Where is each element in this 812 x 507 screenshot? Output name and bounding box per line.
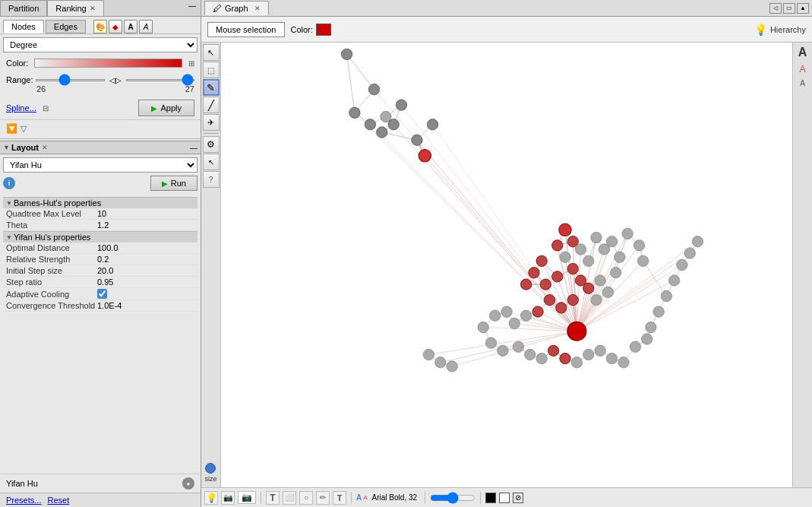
bt-pencil-icon[interactable]: ✏ xyxy=(316,491,330,505)
svg-point-129 xyxy=(583,255,594,266)
apply-button[interactable]: ▶ Apply xyxy=(138,100,194,116)
ranking-tab-close[interactable]: ✕ xyxy=(90,5,96,12)
svg-point-115 xyxy=(349,107,360,118)
color-icon-btn[interactable]: 🎨 xyxy=(93,20,107,33)
svg-point-120 xyxy=(377,127,387,138)
diamond-icon-btn[interactable]: ◆ xyxy=(109,20,122,33)
ranking-tab[interactable]: Ranking ✕ xyxy=(47,0,103,16)
text-size-small-icon[interactable]: A xyxy=(800,79,805,87)
svg-point-122 xyxy=(427,119,438,130)
ranking-tab-label: Ranking xyxy=(55,4,86,13)
tool-help[interactable]: ? xyxy=(203,171,220,188)
range-slider-max[interactable] xyxy=(126,79,194,81)
svg-point-142 xyxy=(692,236,703,247)
color-options-icon[interactable]: ⊞ xyxy=(188,59,194,68)
svg-line-54 xyxy=(495,315,577,331)
info-icon[interactable]: i xyxy=(3,177,15,189)
svg-point-146 xyxy=(529,268,539,278)
svg-point-123 xyxy=(419,150,431,162)
tool-divider xyxy=(204,133,219,134)
svg-point-152 xyxy=(602,287,613,297)
label-icon-btn[interactable]: A xyxy=(124,20,137,33)
svg-point-175 xyxy=(630,341,640,352)
window-minimize[interactable]: ◁ xyxy=(769,3,782,14)
prop-adaptive-cooling[interactable]: Adaptive Cooling xyxy=(3,288,197,300)
bt-color-black-swatch[interactable] xyxy=(485,493,496,503)
prop-theta: Theta 1.2 xyxy=(3,220,197,231)
color-label: Color: xyxy=(6,59,28,68)
svg-point-172 xyxy=(595,345,605,356)
tool-settings[interactable]: ⚙ xyxy=(203,136,220,153)
graph-color-swatch[interactable] xyxy=(316,24,331,36)
degree-select[interactable]: Degree In-Degree Out-Degree Betweenness … xyxy=(3,37,197,52)
text-size-large-icon[interactable]: A xyxy=(798,46,807,59)
svg-point-163 xyxy=(485,337,496,348)
run-button[interactable]: ▶ Run xyxy=(150,176,197,191)
tool-line[interactable]: ╱ xyxy=(203,97,220,113)
filter-icon: 🔽 xyxy=(6,123,17,134)
spline-link[interactable]: Spline... xyxy=(6,103,36,112)
barnes-hut-header[interactable]: Barnes-Hut's properties xyxy=(3,197,197,208)
svg-point-114 xyxy=(368,84,379,94)
svg-point-139 xyxy=(668,275,679,286)
svg-point-135 xyxy=(611,268,621,278)
ranking-icon-group: 🎨 ◆ A A xyxy=(93,20,153,33)
bt-color-none-swatch[interactable]: ⊘ xyxy=(513,493,523,503)
svg-point-181 xyxy=(447,361,457,372)
bt-color-white-swatch[interactable] xyxy=(499,493,510,503)
adaptive-cooling-checkbox[interactable] xyxy=(97,289,107,299)
layout-circle-btn[interactable]: ● xyxy=(182,477,194,490)
svg-point-125 xyxy=(552,240,563,251)
apply-play-icon: ▶ xyxy=(151,104,157,112)
tool-cursor2[interactable]: ↖ xyxy=(203,154,220,170)
run-play-icon: ▶ xyxy=(162,179,168,188)
svg-line-2 xyxy=(355,112,577,331)
text2-icon-btn[interactable]: A xyxy=(139,20,153,33)
bt-circle-icon[interactable]: ○ xyxy=(299,491,313,505)
yifan-hu-header[interactable]: Yifan Hu's properties xyxy=(3,231,197,242)
layout-algorithm-select[interactable]: Yifan Hu Force Atlas OpenOrd xyxy=(3,157,197,173)
svg-point-180 xyxy=(435,357,446,368)
panel-minimize-btn[interactable]: — xyxy=(184,0,201,16)
bt-camera-btn[interactable]: 📷 xyxy=(238,491,256,504)
svg-point-178 xyxy=(653,306,664,317)
tool-select-arrow[interactable]: ↖ xyxy=(203,44,220,61)
partition-tab-label: Partition xyxy=(8,4,39,13)
graph-tab[interactable]: 🖊 Graph ✕ xyxy=(204,1,269,15)
nodes-tab[interactable]: Nodes xyxy=(3,20,44,33)
partition-tab[interactable]: Partition xyxy=(0,0,47,16)
tool-move[interactable]: ✈ xyxy=(203,114,220,131)
bt-rect-icon[interactable]: ⬜ xyxy=(283,491,296,505)
range-min-value: 26 xyxy=(36,84,46,93)
range-slider-min[interactable] xyxy=(36,79,104,81)
tool-select-rect[interactable]: ⬚ xyxy=(203,62,220,78)
tool-pencil[interactable]: ✎ xyxy=(203,79,220,96)
graph-svg xyxy=(221,43,792,487)
bt-light-icon[interactable]: 💡 xyxy=(204,491,218,505)
graph-canvas[interactable] xyxy=(221,43,792,487)
hierarchy-btn[interactable]: 💡 Hierarchy xyxy=(754,24,806,36)
graph-tab-close[interactable]: ✕ xyxy=(254,5,261,12)
layout-close-icon[interactable]: ✕ xyxy=(42,144,48,151)
bt-T2-icon[interactable]: T xyxy=(333,491,346,505)
color-gradient-bar[interactable] xyxy=(34,59,182,68)
svg-point-141 xyxy=(684,248,695,258)
svg-point-159 xyxy=(509,318,520,328)
svg-point-154 xyxy=(567,295,578,306)
bt-T-icon[interactable]: T xyxy=(266,491,280,505)
window-maximize[interactable]: ▲ xyxy=(797,3,809,14)
mouse-selection-btn[interactable]: Mouse selection xyxy=(207,22,285,37)
text-size-medium-icon[interactable]: A xyxy=(799,64,805,74)
presets-link[interactable]: Presets... xyxy=(6,496,41,505)
svg-point-165 xyxy=(513,341,523,352)
prop-initial-step-size: Initial Step size 20.0 xyxy=(3,265,197,277)
bt-screenshot-icon[interactable]: 📷 xyxy=(221,491,235,505)
layout-minimize-btn[interactable]: — xyxy=(190,144,197,152)
reset-link[interactable]: Reset xyxy=(47,496,69,505)
bt-camera-icon: 📷 xyxy=(242,493,252,502)
window-restore[interactable]: ▭ xyxy=(783,3,795,14)
svg-line-34 xyxy=(577,253,690,331)
bt-font-size-slider[interactable] xyxy=(430,493,476,502)
edges-tab[interactable]: Edges xyxy=(46,20,86,33)
svg-point-153 xyxy=(591,295,602,306)
